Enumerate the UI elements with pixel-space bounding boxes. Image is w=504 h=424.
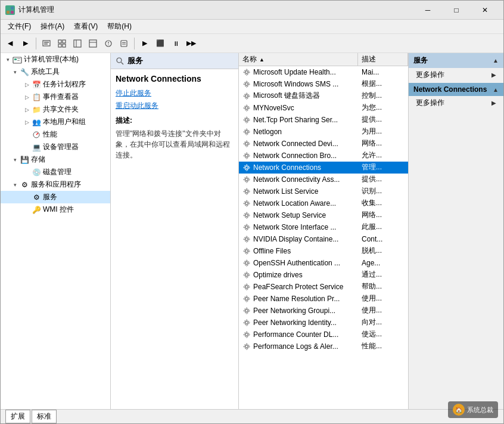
shared-icon: 📁	[32, 105, 41, 114]
ops-netconn-more[interactable]: 更多操作 ▶	[409, 96, 503, 110]
tree-shared-folders[interactable]: ▷ 📁 共享文件夹	[1, 103, 110, 116]
svg-point-60	[244, 249, 249, 253]
svg-line-28	[122, 63, 124, 65]
ops-services-more[interactable]: 更多操作 ▶	[409, 68, 503, 82]
list-row[interactable]: Net.Tcp Port Sharing Ser...提供...	[239, 114, 408, 126]
tree-performance[interactable]: 性能	[1, 128, 110, 141]
tree-storage[interactable]: ▾ 💾 存储	[1, 153, 110, 166]
task-icon: 📅	[32, 80, 41, 89]
menu-file[interactable]: 文件(F)	[3, 20, 36, 33]
list-cell-name: Network Connected Devi...	[239, 138, 358, 149]
menu-view[interactable]: 查看(V)	[69, 20, 102, 33]
sidebar: ▾ 计算机管理(本地) ▾ 🔧 系统工具 ▷ 📅 任务计划程序 ▷ 📋 事件	[1, 53, 111, 409]
toolbar-btn-5[interactable]	[70, 36, 85, 51]
list-cell-name: Net.Tcp Port Sharing Ser...	[239, 114, 358, 125]
list-row[interactable]: Network Connections管理...	[239, 162, 408, 174]
list-row[interactable]: Peer Networking Groupi...使用...	[239, 305, 408, 317]
list-row[interactable]: Network Setup Service网络...	[239, 209, 408, 221]
detail-panel: Network Connections 停止此服务 重启动此服务 描述: 管理"…	[111, 69, 238, 409]
svg-point-75	[245, 345, 248, 347]
ops-netconn-header[interactable]: Network Connections ▲	[409, 83, 503, 96]
forward-button[interactable]: ▶	[18, 36, 33, 51]
svg-point-27	[117, 58, 122, 63]
list-row[interactable]: Network Connectivity Ass...提供...	[239, 174, 408, 185]
maximize-button[interactable]: □	[443, 2, 470, 18]
toolbar-btn-8[interactable]	[117, 36, 131, 51]
tree-device-manager[interactable]: 💻 设备管理器	[1, 141, 110, 153]
svg-point-70	[244, 308, 249, 313]
list-row[interactable]: Microsoft 键盘筛选器控制...	[239, 90, 408, 102]
menu-help[interactable]: 帮助(H)	[102, 20, 136, 33]
toolbar-play[interactable]: ▶	[138, 36, 152, 51]
tree-wmi[interactable]: 🔑 WMI 控件	[1, 203, 110, 216]
list-row[interactable]: Network Connected Devi...网络...	[239, 138, 408, 150]
toolbar-restart[interactable]: ▶▶	[184, 36, 198, 51]
list-row[interactable]: Microsoft Windows SMS ...根据...	[239, 78, 408, 90]
list-row[interactable]: PeaFSearch Protect Service帮助...	[239, 281, 408, 293]
list-row[interactable]: Peer Name Resolution Pr...使用...	[239, 293, 408, 305]
tree-system-tools[interactable]: ▾ 🔧 系统工具	[1, 66, 110, 78]
svc-apps-icon: ⚙	[20, 180, 29, 190]
svg-point-64	[244, 273, 249, 277]
tree-local-users[interactable]: ▷ 👥 本地用户和组	[1, 116, 110, 128]
restart-service-link[interactable]: 重启动此服务	[116, 101, 234, 111]
tree-task-scheduler[interactable]: ▷ 📅 任务计划程序	[1, 78, 110, 91]
list-cell-desc: 此服...	[358, 221, 408, 233]
list-row[interactable]: Netlogon为用...	[239, 126, 408, 138]
svg-point-45	[245, 166, 248, 168]
restart-service-text[interactable]: 重启动此服务	[116, 101, 158, 110]
svg-rect-0	[7, 7, 10, 10]
menu-bar: 文件(F) 操作(A) 查看(V) 帮助(H)	[1, 20, 503, 34]
tab-standard[interactable]: 标准	[32, 410, 57, 423]
tree-event-viewer[interactable]: ▷ 📋 事件查看器	[1, 91, 110, 103]
list-row[interactable]: Peer Networking Identity...向对...	[239, 317, 408, 329]
list-row[interactable]: Network Location Aware...收集...	[239, 197, 408, 209]
toolbar-btn-6[interactable]	[86, 36, 100, 51]
back-button[interactable]: ◀	[3, 36, 17, 51]
list-row[interactable]: Offline Files脱机...	[239, 245, 408, 257]
menu-action[interactable]: 操作(A)	[36, 20, 69, 33]
list-row[interactable]: Network Store Interface ...此服...	[239, 221, 408, 233]
perf-label: 性能	[43, 129, 57, 140]
list-row[interactable]: Performance Counter DL...使远...	[239, 329, 408, 341]
root-expand: ▾	[3, 57, 13, 63]
list-cell-desc: 收集...	[358, 197, 408, 209]
toolbar-btn-7[interactable]	[101, 36, 116, 51]
stop-service-text[interactable]: 停止此服务	[116, 89, 151, 97]
shared-expand: ▷	[22, 107, 32, 113]
minimize-button[interactable]: ─	[414, 2, 441, 18]
close-button[interactable]: ✕	[471, 2, 499, 18]
list-row[interactable]: Performance Logs & Aler...性能...	[239, 341, 408, 352]
svg-point-68	[244, 296, 249, 301]
toolbar-btn-3[interactable]	[39, 36, 54, 51]
watermark-text: 系统总裁	[467, 406, 493, 414]
svg-point-61	[245, 261, 248, 264]
list-cell-desc: 网络...	[358, 209, 408, 221]
ops-services-header[interactable]: 服务 ▲	[409, 53, 503, 68]
tree-services-apps[interactable]: ▾ ⚙ 服务和应用程序	[1, 178, 110, 191]
disk-icon: 💿	[32, 168, 41, 177]
list-row[interactable]: Microsoft Update Health...Mai...	[239, 66, 408, 78]
toolbar-btn-4[interactable]	[55, 36, 69, 51]
col-header-name[interactable]: 名称 ▲	[239, 53, 358, 66]
toolbar-stop[interactable]: ⬛	[153, 36, 167, 51]
list-row[interactable]: Network List Service识别...	[239, 185, 408, 197]
sys-label: 系统工具	[31, 67, 60, 77]
list-row[interactable]: OpenSSH Authentication ...Age...	[239, 257, 408, 269]
toolbar-pause[interactable]: ⏸	[169, 36, 183, 51]
list-row[interactable]: MYNovelSvc为您...	[239, 102, 408, 114]
svg-point-67	[245, 297, 248, 299]
list-row[interactable]: Optimize drives通过...	[239, 269, 408, 281]
list-row[interactable]: NVIDIA Display Containe...Cont...	[239, 233, 408, 245]
svc-apps-label: 服务和应用程序	[31, 179, 81, 190]
tree-root[interactable]: ▾ 计算机管理(本地)	[1, 53, 110, 66]
stop-service-link[interactable]: 停止此服务	[116, 88, 234, 98]
col-header-desc[interactable]: 描述	[358, 53, 408, 66]
tree-disk-management[interactable]: 💿 磁盘管理	[1, 166, 110, 178]
list-row[interactable]: Network Connection Bro...允许...	[239, 150, 408, 162]
tree-services[interactable]: ⚙ 服务	[1, 191, 110, 203]
svg-point-55	[245, 225, 248, 228]
task-label: 任务计划程序	[43, 79, 86, 89]
list-cell-name: Performance Counter DL...	[239, 329, 358, 340]
tab-expand[interactable]: 扩展	[5, 410, 30, 423]
